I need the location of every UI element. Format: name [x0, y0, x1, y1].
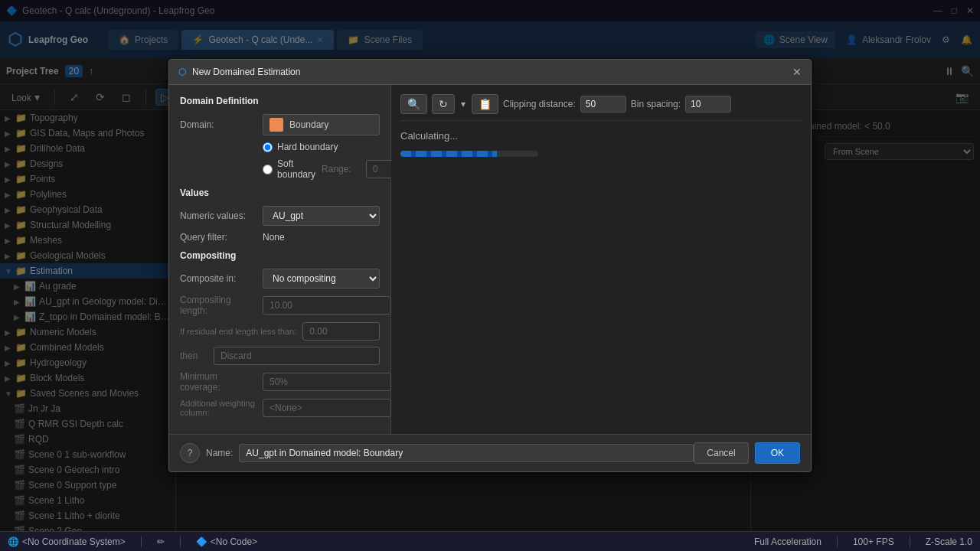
- refresh-btn[interactable]: ↻: [432, 94, 455, 114]
- status-no-code: 🔷 <No Code>: [196, 536, 257, 547]
- then-input: [214, 347, 380, 365]
- progress-bar: [400, 151, 538, 157]
- domain-section-title: Domain Definition: [180, 96, 380, 106]
- compositing-length-row: Compositing length:: [180, 295, 380, 316]
- min-coverage-row: Minimum coverage:: [180, 371, 380, 393]
- query-filter-row: Query filter: None: [180, 232, 380, 243]
- dialog-footer-buttons: Cancel OK: [694, 442, 800, 464]
- status-zscale: Z-Scale 1.0: [926, 536, 972, 547]
- coord-icon: 🌐: [8, 536, 19, 547]
- status-fps: 100+ FPS: [853, 536, 894, 547]
- dialog-title-content: ⬡ New Domained Estimation: [178, 67, 300, 77]
- progress-bar-fill: [400, 151, 497, 157]
- dialog: ⬡ New Domained Estimation ✕ Domain Defin…: [168, 59, 812, 472]
- values-section-title: Values: [180, 187, 380, 198]
- then-row: then: [180, 347, 380, 365]
- soft-boundary-radio[interactable]: Soft boundary: [263, 158, 315, 180]
- boundary-soft-row: Soft boundary Range:: [180, 158, 380, 180]
- name-row: ? Name:: [180, 443, 694, 463]
- residual-row: If residual end length less than:: [180, 322, 380, 341]
- compositing-section-title: Compositing: [180, 250, 380, 261]
- boundary-hard-row: Hard boundary: [180, 142, 380, 152]
- ok-button[interactable]: OK: [755, 442, 800, 464]
- hard-boundary-radio[interactable]: Hard boundary: [263, 142, 338, 152]
- copy-btn[interactable]: 📋: [472, 94, 498, 114]
- status-edit-icon: ✏: [157, 536, 165, 547]
- additional-weight-input: [263, 399, 391, 417]
- calc-toolbar: 🔍 ↻ ▾ 📋 Clipping distance: Bin spacing:: [400, 94, 802, 121]
- dialog-titlebar: ⬡ New Domained Estimation ✕: [169, 60, 811, 85]
- composite-in-row: Composite in: No compositing: [180, 269, 380, 289]
- name-input[interactable]: [239, 444, 694, 462]
- compositing-length-input: [263, 296, 391, 315]
- domain-display: Boundary: [263, 114, 380, 135]
- bin-spacing-input[interactable]: [685, 96, 731, 112]
- domain-color-icon: [270, 118, 283, 132]
- clipping-input[interactable]: [580, 96, 626, 112]
- numeric-values-row: Numeric values: AU_gpt: [180, 206, 380, 226]
- dialog-body: Domain Definition Domain: Boundary Hard …: [169, 85, 811, 434]
- composite-in-select[interactable]: No compositing: [263, 269, 380, 289]
- numeric-values-select[interactable]: AU_gpt: [263, 206, 380, 226]
- zoom-btn[interactable]: 🔍: [400, 94, 427, 114]
- min-coverage-input: [263, 373, 391, 391]
- dialog-right: 🔍 ↻ ▾ 📋 Clipping distance: Bin spacing: …: [391, 85, 811, 434]
- dialog-icon: ⬡: [178, 67, 186, 77]
- help-btn[interactable]: ?: [180, 443, 200, 463]
- cancel-button[interactable]: Cancel: [694, 442, 748, 464]
- additional-weight-row: Additional weighting column:: [180, 399, 380, 417]
- modal-overlay: ⬡ New Domained Estimation ✕ Domain Defin…: [0, 0, 980, 531]
- status-coord-system: 🌐 <No Coordinate System>: [8, 536, 126, 547]
- residual-input: [302, 322, 380, 341]
- calculating-text: Calculating...: [400, 130, 802, 142]
- dialog-left: Domain Definition Domain: Boundary Hard …: [169, 85, 391, 434]
- status-acceleration: Full Acceleration: [754, 536, 822, 547]
- domain-row: Domain: Boundary: [180, 114, 380, 135]
- dialog-close-btn[interactable]: ✕: [792, 66, 802, 78]
- dialog-footer: ? Name: Cancel OK: [169, 434, 811, 471]
- statusbar: 🌐 <No Coordinate System> ✏ 🔷 <No Code> F…: [0, 531, 980, 551]
